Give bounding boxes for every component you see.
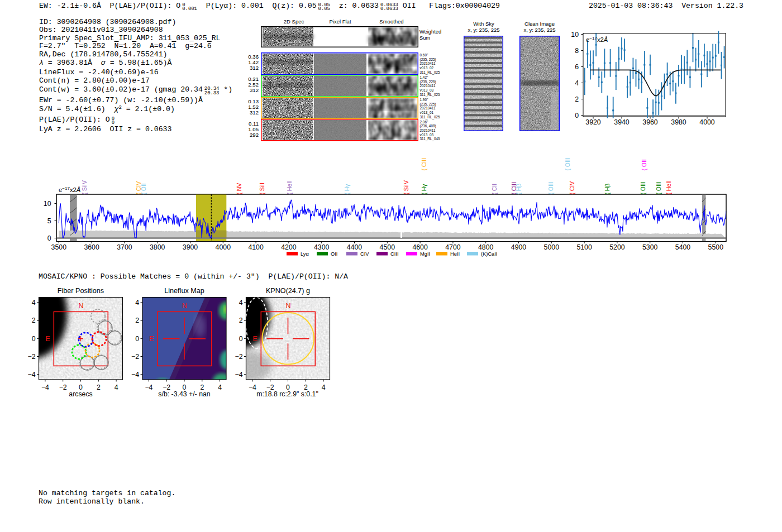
svg-text:5100: 5100 — [576, 243, 592, 251]
svg-text:3940: 3940 — [614, 118, 630, 126]
svg-text:{ Hβ: { Hβ — [516, 184, 522, 195]
svg-text:4200: 4200 — [281, 243, 297, 251]
svg-text:−2: −2 — [235, 353, 242, 361]
svg-text:{ OIII: { OIII — [548, 181, 554, 194]
svg-text:4: 4 — [239, 299, 243, 306]
svg-text:4: 4 — [135, 299, 139, 306]
svg-text:E: E — [149, 335, 154, 343]
svg-text:e−17x2Å: e−17x2Å — [586, 36, 608, 43]
svg-text:MgII: MgII — [420, 251, 430, 257]
svg-text:{ NV: { NV — [236, 183, 242, 195]
svg-text:0: 0 — [32, 335, 36, 343]
svg-text:5300: 5300 — [642, 243, 658, 251]
svg-text:10: 10 — [44, 200, 51, 208]
svg-text:0: 0 — [135, 335, 139, 343]
svg-text:s/b: -3.43 +/- nan: s/b: -3.43 +/- nan — [158, 390, 210, 398]
svg-text:HeII: HeII — [450, 251, 460, 257]
svg-text:4100: 4100 — [248, 243, 264, 251]
svg-text:KPNO(24.7) g: KPNO(24.7) g — [266, 287, 310, 295]
svg-text:0: 0 — [79, 384, 83, 391]
svg-text:{ Hβ: { Hβ — [604, 184, 611, 195]
svg-text:4400: 4400 — [347, 243, 363, 251]
svg-text:{ SiIV: { SiIV — [82, 180, 88, 194]
svg-text:5200: 5200 — [609, 243, 625, 251]
svg-text:8: 8 — [575, 47, 579, 55]
svg-text:E: E — [253, 335, 258, 343]
svg-text:(K)CaII: (K)CaII — [481, 251, 497, 257]
svg-text:5000: 5000 — [544, 243, 560, 251]
svg-text:3500: 3500 — [51, 243, 67, 251]
svg-text:4800: 4800 — [478, 243, 494, 251]
svg-text:N: N — [182, 302, 187, 310]
svg-text:4000: 4000 — [699, 118, 715, 126]
svg-text:4700: 4700 — [445, 243, 461, 251]
svg-text:N: N — [285, 302, 290, 310]
svg-text:3920: 3920 — [585, 118, 601, 126]
svg-text:E: E — [46, 335, 50, 343]
svg-text:3900: 3900 — [183, 243, 198, 251]
svg-text:−4: −4 — [27, 371, 35, 378]
svg-text:−2: −2 — [163, 384, 170, 391]
svg-text:m:18.8 rc:2.9" s:0.1": m:18.8 rc:2.9" s:0.1" — [256, 390, 318, 398]
svg-text:3800: 3800 — [150, 243, 165, 251]
svg-text:3980: 3980 — [671, 118, 686, 126]
svg-text:{ CIV: { CIV — [569, 181, 575, 195]
svg-text:0: 0 — [286, 384, 290, 391]
svg-text:4: 4 — [115, 384, 118, 391]
svg-text:{ OIII: { OIII — [656, 181, 662, 194]
svg-text:{ OIII: { OIII — [640, 181, 646, 194]
svg-text:4: 4 — [32, 299, 36, 306]
svg-text:2: 2 — [304, 384, 308, 391]
svg-text:4000: 4000 — [216, 243, 231, 251]
svg-text:3700: 3700 — [117, 243, 132, 251]
svg-text:{ CII: { CII — [492, 184, 498, 195]
svg-text:−4: −4 — [235, 371, 242, 378]
svg-text:2: 2 — [97, 384, 101, 391]
svg-text:{ HeII: { HeII — [287, 180, 293, 194]
svg-text:4900: 4900 — [511, 243, 527, 251]
svg-text:4500: 4500 — [380, 243, 395, 251]
svg-text:{ OII: { OII — [141, 183, 147, 194]
svg-text:−2: −2 — [266, 384, 274, 391]
svg-text:2: 2 — [239, 317, 243, 324]
svg-text:{ Hγ: { Hγ — [421, 184, 427, 195]
svg-text:0: 0 — [47, 234, 51, 242]
svg-text:CIV: CIV — [360, 251, 369, 257]
svg-text:arcsecs: arcsecs — [69, 390, 92, 398]
svg-text:−4: −4 — [131, 371, 139, 378]
svg-text:4600: 4600 — [412, 243, 428, 251]
svg-text:4: 4 — [218, 384, 222, 391]
svg-text:2: 2 — [135, 317, 139, 324]
svg-text:{ CIII: { CIII — [421, 158, 427, 171]
svg-text:{ OIII: { OIII — [565, 157, 571, 170]
svg-text:−4: −4 — [41, 384, 49, 391]
svg-text:5: 5 — [47, 217, 51, 225]
svg-text:e−17x2Å: e−17x2Å — [59, 186, 80, 193]
svg-text:{ OII: { OII — [641, 159, 647, 170]
svg-text:10: 10 — [571, 31, 579, 39]
svg-text:CIII: CIII — [390, 251, 398, 257]
svg-text:5400: 5400 — [675, 243, 691, 251]
svg-text:4300: 4300 — [314, 243, 330, 251]
svg-text:0: 0 — [183, 384, 187, 391]
svg-text:3600: 3600 — [84, 243, 99, 251]
svg-text:OII: OII — [331, 251, 337, 257]
svg-text:4: 4 — [322, 384, 326, 391]
svg-text:−2: −2 — [59, 384, 67, 391]
svg-text:0: 0 — [575, 112, 579, 119]
svg-text:{ SiIV: { SiIV — [403, 180, 409, 194]
svg-text:5500: 5500 — [708, 243, 724, 251]
svg-text:{ Hγ: { Hγ — [344, 184, 350, 195]
svg-text:4: 4 — [575, 79, 579, 87]
svg-text:−2: −2 — [131, 353, 139, 361]
svg-text:{ SiII: { SiII — [259, 183, 265, 194]
svg-text:Lyα: Lyα — [301, 251, 309, 257]
svg-text:2: 2 — [32, 317, 36, 324]
svg-text:−4: −4 — [249, 384, 256, 391]
svg-text:N: N — [78, 302, 83, 310]
svg-text:Fiber Positions: Fiber Positions — [58, 287, 104, 295]
svg-text:3960: 3960 — [642, 118, 658, 126]
svg-text:0: 0 — [239, 335, 243, 343]
svg-text:−4: −4 — [145, 384, 152, 391]
svg-text:−2: −2 — [27, 353, 35, 361]
